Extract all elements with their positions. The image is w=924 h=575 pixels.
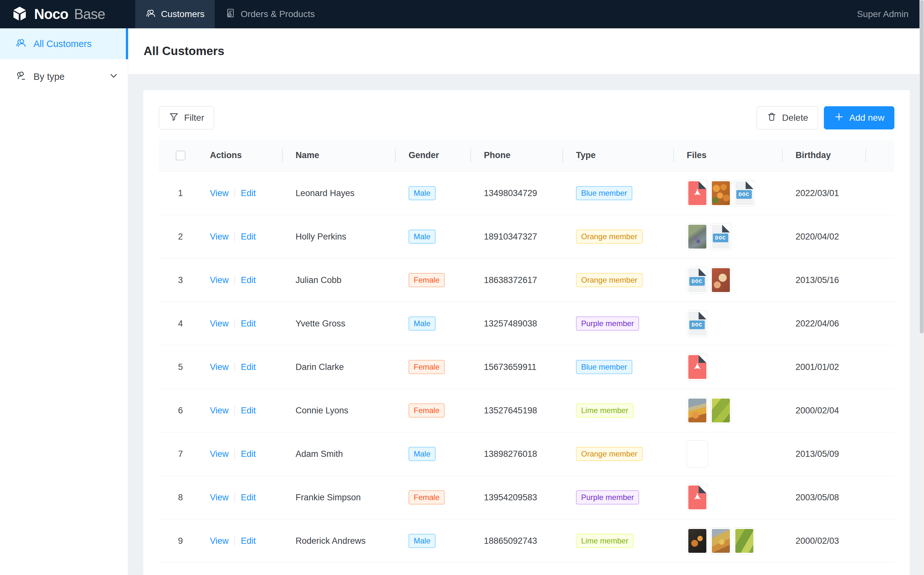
top-navigation: NocoBase Customers bbox=[0, 0, 924, 28]
files-cell bbox=[674, 484, 783, 511]
filter-button[interactable]: Filter bbox=[159, 106, 214, 129]
view-link[interactable]: View bbox=[210, 492, 229, 503]
table-row: 4ViewEditYvette GrossMale13257489038Purp… bbox=[159, 302, 894, 345]
file-img-greens[interactable] bbox=[710, 397, 732, 424]
doc-file-label: DOC bbox=[736, 190, 752, 199]
files-cell bbox=[674, 527, 783, 554]
file-img-dark-fruit[interactable] bbox=[687, 527, 708, 554]
content-area: Filter Delete bbox=[128, 74, 924, 575]
phone-number: 13257489038 bbox=[471, 319, 563, 329]
edit-link[interactable]: Edit bbox=[241, 536, 256, 546]
current-user-menu[interactable]: Super Admin bbox=[857, 0, 908, 28]
type-cell: Purple member bbox=[563, 490, 674, 505]
view-link[interactable]: View bbox=[210, 406, 229, 416]
files-cell: DOC bbox=[674, 267, 783, 294]
edit-link[interactable]: Edit bbox=[241, 449, 256, 459]
row-index: 5 bbox=[159, 362, 202, 372]
birthday: 2000/02/04 bbox=[783, 406, 866, 416]
action-separator bbox=[234, 536, 235, 546]
row-actions: ViewEdit bbox=[202, 362, 283, 372]
edit-link[interactable]: Edit bbox=[241, 319, 256, 329]
nocobase-cube-icon bbox=[11, 5, 29, 24]
image-thumbnail bbox=[712, 399, 730, 423]
file-img-greens-2[interactable] bbox=[734, 527, 755, 554]
file-doc[interactable]: DOC bbox=[687, 310, 708, 337]
tab-label: Orders & Products bbox=[240, 9, 314, 19]
type-cell: Lime member bbox=[563, 403, 674, 418]
view-link[interactable]: View bbox=[210, 449, 229, 459]
edit-link[interactable]: Edit bbox=[241, 232, 256, 242]
image-thumbnail bbox=[712, 181, 730, 205]
files-cell: DOC bbox=[674, 310, 783, 337]
row-index: 3 bbox=[159, 275, 202, 285]
gender-cell: Male bbox=[396, 186, 471, 200]
action-separator bbox=[234, 406, 235, 415]
column-header-select bbox=[159, 140, 202, 171]
type-cell: Blue member bbox=[563, 186, 674, 200]
add-new-label: Add new bbox=[849, 113, 884, 123]
sidebar: All Customers By type bbox=[0, 28, 128, 575]
customer-name: Julian Cobb bbox=[283, 275, 396, 285]
edit-link[interactable]: Edit bbox=[241, 188, 256, 198]
sidebar-item-by-type[interactable]: By type bbox=[0, 62, 128, 91]
phone-number: 13954209583 bbox=[471, 492, 563, 503]
gender-cell: Male bbox=[396, 534, 471, 548]
file-img-collage[interactable] bbox=[687, 440, 708, 467]
table-row: 7ViewEditAdam SmithMale13898276018Orange… bbox=[159, 432, 894, 476]
member-type-badge: Orange member bbox=[576, 230, 643, 244]
view-link[interactable]: View bbox=[210, 232, 229, 242]
type-cell: Orange member bbox=[563, 230, 674, 244]
tab-label: Customers bbox=[161, 9, 205, 19]
sidebar-item-all-customers[interactable]: All Customers bbox=[0, 28, 128, 59]
add-new-button[interactable]: Add new bbox=[824, 106, 894, 129]
customer-name: Adam Smith bbox=[283, 449, 396, 459]
file-pdf[interactable] bbox=[687, 484, 708, 511]
tab-orders-products[interactable]: Orders & Products bbox=[215, 0, 325, 28]
doc-file-icon: DOC bbox=[735, 181, 753, 205]
file-doc[interactable]: DOC bbox=[710, 223, 732, 250]
birthday: 2022/03/01 bbox=[783, 188, 866, 198]
delete-button[interactable]: Delete bbox=[757, 106, 818, 129]
gender-badge: Male bbox=[408, 447, 436, 461]
row-actions: ViewEdit bbox=[202, 536, 283, 546]
image-thumbnail bbox=[712, 268, 730, 292]
file-doc[interactable]: DOC bbox=[734, 179, 755, 207]
view-link[interactable]: View bbox=[210, 319, 229, 329]
edit-link[interactable]: Edit bbox=[241, 362, 256, 372]
member-type-badge: Orange member bbox=[576, 447, 643, 461]
row-index: 7 bbox=[159, 449, 202, 459]
page-scrollbar bbox=[919, 0, 924, 575]
type-cell: Lime member bbox=[563, 534, 674, 548]
select-all-checkbox[interactable] bbox=[176, 151, 186, 160]
view-link[interactable]: View bbox=[210, 275, 229, 285]
view-link[interactable]: View bbox=[210, 536, 229, 546]
view-link[interactable]: View bbox=[210, 362, 229, 372]
folded-corner bbox=[699, 311, 706, 319]
view-link[interactable]: View bbox=[210, 188, 229, 198]
edit-link[interactable]: Edit bbox=[241, 406, 256, 416]
file-img-fruit[interactable] bbox=[687, 397, 708, 424]
file-pdf[interactable] bbox=[687, 354, 708, 381]
sidebar-item-label: All Customers bbox=[33, 39, 92, 49]
table-row: 1ViewEditLeonard HayesMale13498034729Blu… bbox=[159, 172, 894, 215]
gender-cell: Female bbox=[396, 273, 471, 287]
file-img-grapes[interactable] bbox=[687, 223, 708, 250]
file-img-fruit-2[interactable] bbox=[710, 527, 732, 554]
file-img-food-red[interactable] bbox=[710, 267, 732, 294]
files-cell: DOC bbox=[674, 223, 783, 250]
row-index: 2 bbox=[159, 232, 202, 242]
app-logo[interactable]: NocoBase bbox=[0, 0, 128, 28]
pdf-file-icon bbox=[688, 355, 706, 379]
folded-corner bbox=[699, 268, 706, 276]
doc-file-label: DOC bbox=[713, 234, 728, 242]
doc-file-icon: DOC bbox=[712, 225, 730, 249]
file-pdf[interactable] bbox=[687, 179, 708, 207]
file-doc[interactable]: DOC bbox=[687, 267, 708, 294]
file-img-oranges[interactable] bbox=[710, 179, 732, 207]
tab-customers[interactable]: Customers bbox=[135, 0, 215, 28]
edit-link[interactable]: Edit bbox=[241, 492, 256, 503]
files-cell bbox=[674, 440, 783, 467]
edit-link[interactable]: Edit bbox=[241, 275, 256, 285]
scrollbar-thumb[interactable] bbox=[920, 0, 924, 334]
team-icon bbox=[16, 70, 26, 83]
